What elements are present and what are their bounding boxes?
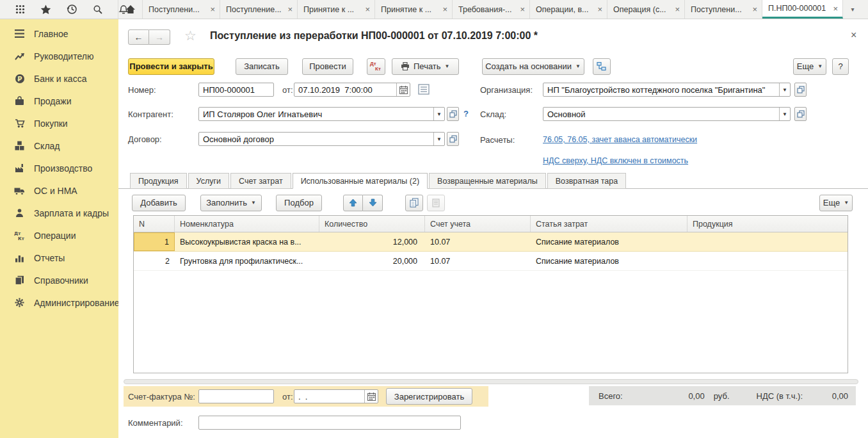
sidebar-item-reports[interactable]: Отчеты xyxy=(0,247,118,269)
grid-more-button[interactable]: Еще▼ xyxy=(819,195,853,211)
cell-n[interactable]: 1 xyxy=(134,232,175,251)
organization-field[interactable]: НП "Благоустройство коттеджного поселка … xyxy=(543,83,791,97)
cell-cost-item[interactable]: Списание материалов xyxy=(531,232,687,251)
table-row[interactable]: 2 Грунтовка для профилактическ... 20,000… xyxy=(134,252,848,271)
copy-rows-button[interactable] xyxy=(405,195,423,211)
tab-close-icon[interactable]: × xyxy=(672,4,680,14)
favorites-star-icon[interactable] xyxy=(40,4,51,15)
cell-cost-item[interactable]: Списание материалов xyxy=(531,252,687,270)
cell-account[interactable]: 10.07 xyxy=(425,252,531,270)
help-button[interactable]: ? xyxy=(832,58,849,75)
tab-close-icon[interactable]: × xyxy=(440,4,447,14)
pick-button[interactable]: Подбор xyxy=(276,195,322,211)
tab-document-active[interactable]: П.НП00-000001× xyxy=(762,0,843,19)
apps-grid-icon[interactable] xyxy=(15,4,25,14)
forward-button[interactable]: → xyxy=(149,29,170,45)
contract-field[interactable]: Основной договор ▼ xyxy=(198,132,445,146)
table-row[interactable]: 1 Высокоукрывистая краска на в... 12,000… xyxy=(134,232,848,252)
sidebar-item-administration[interactable]: Администрирование xyxy=(0,291,118,314)
tab-returned-materials[interactable]: Возвращенные материалы xyxy=(429,173,546,189)
more-button[interactable]: Еще▼ xyxy=(793,58,826,75)
sidebar-item-production[interactable]: Производство xyxy=(0,157,118,179)
column-header-account[interactable]: Счет учета xyxy=(425,216,531,232)
comment-input[interactable] xyxy=(198,416,461,430)
tab-document-8[interactable]: Поступлени...× xyxy=(685,0,762,19)
tab-document-4[interactable]: Принятие к ...× xyxy=(375,0,453,19)
post-and-close-button[interactable]: Провести и закрыть xyxy=(128,58,214,75)
tab-close-icon[interactable]: × xyxy=(830,4,838,13)
horizontal-scrollbar[interactable] xyxy=(124,379,858,384)
cell-quantity[interactable]: 20,000 xyxy=(319,252,425,270)
cell-nomenclature[interactable]: Грунтовка для профилактическ... xyxy=(175,252,319,270)
tab-returnable-packaging[interactable]: Возвратная тара xyxy=(547,173,626,189)
number-input[interactable] xyxy=(198,83,274,97)
tab-document-7[interactable]: Операция (с...× xyxy=(607,0,685,19)
create-based-on-button[interactable]: Создать на основании▼ xyxy=(482,58,584,75)
counterparty-help-icon[interactable]: ? xyxy=(463,109,469,118)
sidebar-item-bank-cash[interactable]: РБанк и касса xyxy=(0,67,118,90)
sidebar-item-purchases[interactable]: Покупки xyxy=(0,112,118,134)
sidebar-item-operations[interactable]: ДтКтОперации xyxy=(0,224,118,247)
date-field[interactable]: 07.10.2019 7:00:00 xyxy=(294,83,410,97)
warehouse-open-button[interactable] xyxy=(794,107,807,121)
search-icon[interactable] xyxy=(93,4,103,15)
settlements-link[interactable]: 76.05, 76.05, зачет аванса автоматически xyxy=(543,135,697,144)
chevron-down-icon[interactable]: ▼ xyxy=(433,108,444,120)
favorite-star-icon[interactable]: ☆ xyxy=(184,28,197,44)
back-button[interactable]: ← xyxy=(128,29,149,45)
sidebar-item-manager[interactable]: Руководителю xyxy=(0,45,118,67)
calendar-icon[interactable] xyxy=(396,83,410,96)
vat-link[interactable]: НДС сверху, НДС включен в стоимость xyxy=(543,156,688,165)
save-button[interactable]: Записать xyxy=(236,58,288,75)
tab-close-icon[interactable]: × xyxy=(207,4,215,14)
chevron-down-icon[interactable]: ▼ xyxy=(779,108,790,120)
sidebar-item-sales[interactable]: Продажи xyxy=(0,90,118,112)
tab-cost-account[interactable]: Счет затрат xyxy=(230,173,291,189)
fill-button[interactable]: Заполнить▼ xyxy=(200,195,262,211)
close-icon[interactable]: × xyxy=(851,29,856,41)
move-row-up-button[interactable] xyxy=(343,195,363,211)
tab-close-icon[interactable]: × xyxy=(517,4,525,14)
counterparty-open-button[interactable] xyxy=(447,107,459,121)
sidebar-item-main[interactable]: Главное xyxy=(0,22,118,45)
cell-production[interactable] xyxy=(687,232,848,251)
sidebar-item-payroll-hr[interactable]: Зарплата и кадры xyxy=(0,202,118,224)
post-button[interactable]: Провести xyxy=(302,58,353,75)
column-header-cost-item[interactable]: Статья затрат xyxy=(531,216,687,232)
sidebar-item-fixed-assets[interactable]: ОС и НМА xyxy=(0,179,118,202)
tab-document-2[interactable]: Поступление...× xyxy=(220,0,298,19)
home-tab[interactable] xyxy=(118,0,143,19)
column-header-quantity[interactable]: Количество xyxy=(319,216,425,232)
column-header-nomenclature[interactable]: Номенклатура xyxy=(175,216,319,232)
tab-document-3[interactable]: Принятие к ...× xyxy=(298,0,375,19)
cell-production[interactable] xyxy=(687,252,848,270)
column-header-production[interactable]: Продукция xyxy=(687,216,848,232)
tab-close-icon[interactable]: × xyxy=(285,4,293,14)
invoice-date-field[interactable]: . . xyxy=(294,389,378,403)
calendar-icon[interactable] xyxy=(364,390,378,403)
cell-n[interactable]: 2 xyxy=(134,252,175,270)
print-button[interactable]: Печать▼ xyxy=(392,58,459,75)
move-row-down-button[interactable] xyxy=(363,195,383,211)
organization-open-button[interactable] xyxy=(794,83,807,97)
tab-products[interactable]: Продукция xyxy=(130,173,187,189)
tab-close-icon[interactable]: × xyxy=(362,4,370,14)
paste-rows-button[interactable] xyxy=(427,195,445,211)
sidebar-item-warehouse[interactable]: Склад xyxy=(0,134,118,157)
history-icon[interactable] xyxy=(67,4,77,15)
tab-close-icon[interactable]: × xyxy=(750,4,757,14)
tab-document-6[interactable]: Операции, в...× xyxy=(530,0,607,19)
tab-overflow-chevron-icon[interactable]: ▾ xyxy=(843,0,862,19)
contract-open-button[interactable] xyxy=(447,132,459,146)
chevron-down-icon[interactable]: ▼ xyxy=(779,83,790,96)
tab-services[interactable]: Услуги xyxy=(188,173,229,189)
counterparty-field[interactable]: ИП Столяров Олег Игнатьевич ▼ xyxy=(198,107,445,121)
dtkt-postings-button[interactable]: ДтКт xyxy=(367,58,385,75)
tab-used-materials[interactable]: Использованные материалы (2) xyxy=(293,173,428,189)
add-row-button[interactable]: Добавить xyxy=(132,195,186,211)
warehouse-field[interactable]: Основной ▼ xyxy=(543,107,791,121)
cell-nomenclature[interactable]: Высокоукрывистая краска на в... xyxy=(175,232,319,251)
tab-document-1[interactable]: Поступлени...× xyxy=(143,0,220,19)
register-invoice-button[interactable]: Зарегистрировать xyxy=(386,388,472,405)
invoice-number-input[interactable] xyxy=(198,389,274,403)
